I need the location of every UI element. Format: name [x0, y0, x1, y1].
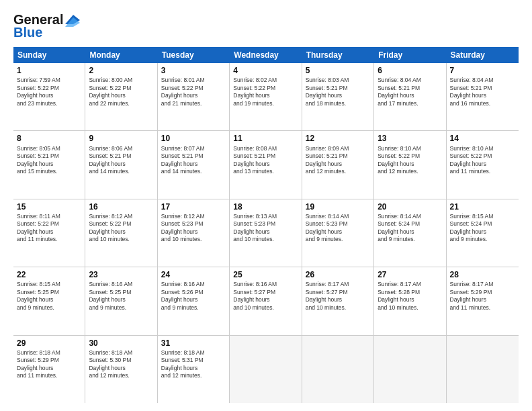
- table-row: 31Sunrise: 8:18 AMSunset: 5:31 PMDayligh…: [158, 336, 230, 403]
- day-number: 26: [306, 269, 370, 280]
- day-number: 8: [17, 133, 81, 144]
- cell-info: Sunrise: 8:11 AMSunset: 5:22 PMDaylight …: [17, 213, 60, 242]
- calendar: SundayMondayTuesdayWednesdayThursdayFrid…: [13, 47, 519, 403]
- header: General Blue: [13, 12, 519, 40]
- table-row: 4Sunrise: 8:02 AMSunset: 5:22 PMDaylight…: [230, 63, 302, 130]
- day-number: 19: [306, 201, 370, 212]
- header-day-friday: Friday: [374, 47, 446, 63]
- cell-info: Sunrise: 8:12 AMSunset: 5:23 PMDaylight …: [161, 213, 205, 242]
- table-row: [302, 336, 374, 403]
- cell-info: Sunrise: 8:10 AMSunset: 5:22 PMDaylight …: [450, 145, 494, 175]
- day-number: 22: [17, 269, 81, 280]
- table-row: 29Sunrise: 8:18 AMSunset: 5:29 PMDayligh…: [13, 336, 85, 403]
- table-row: 5Sunrise: 8:03 AMSunset: 5:21 PMDaylight…: [302, 63, 374, 130]
- day-number: 12: [306, 133, 370, 144]
- table-row: [447, 336, 519, 403]
- table-row: 16Sunrise: 8:12 AMSunset: 5:22 PMDayligh…: [85, 199, 157, 267]
- table-row: 20Sunrise: 8:14 AMSunset: 5:24 PMDayligh…: [374, 199, 446, 267]
- table-row: 26Sunrise: 8:17 AMSunset: 5:27 PMDayligh…: [302, 267, 374, 334]
- table-row: [230, 336, 302, 403]
- logo: General Blue: [13, 12, 80, 40]
- table-row: 8Sunrise: 8:05 AMSunset: 5:21 PMDaylight…: [13, 131, 85, 198]
- cell-info: Sunrise: 8:12 AMSunset: 5:22 PMDaylight …: [89, 213, 132, 242]
- cell-info: Sunrise: 8:18 AMSunset: 5:30 PMDaylight …: [89, 349, 132, 379]
- cell-info: Sunrise: 8:09 AMSunset: 5:21 PMDaylight …: [306, 145, 349, 175]
- day-number: 24: [161, 269, 226, 280]
- day-number: 9: [89, 133, 153, 144]
- table-row: 1Sunrise: 7:59 AMSunset: 5:22 PMDaylight…: [13, 63, 85, 130]
- table-row: 7Sunrise: 8:04 AMSunset: 5:21 PMDaylight…: [447, 63, 519, 130]
- calendar-row-1: 1Sunrise: 7:59 AMSunset: 5:22 PMDaylight…: [13, 63, 519, 131]
- day-number: 29: [17, 338, 81, 349]
- table-row: 30Sunrise: 8:18 AMSunset: 5:30 PMDayligh…: [85, 336, 157, 403]
- day-number: 6: [378, 65, 442, 76]
- table-row: 24Sunrise: 8:16 AMSunset: 5:26 PMDayligh…: [158, 267, 230, 334]
- day-number: 20: [378, 201, 442, 212]
- table-row: 25Sunrise: 8:16 AMSunset: 5:27 PMDayligh…: [230, 267, 302, 334]
- cell-info: Sunrise: 8:04 AMSunset: 5:21 PMDaylight …: [450, 77, 494, 106]
- cell-info: Sunrise: 8:07 AMSunset: 5:21 PMDaylight …: [161, 145, 205, 175]
- page: General Blue SundayMondayTuesdayWednesda…: [0, 0, 532, 411]
- day-number: 31: [161, 338, 226, 349]
- calendar-header: SundayMondayTuesdayWednesdayThursdayFrid…: [13, 47, 519, 63]
- day-number: 30: [89, 338, 153, 349]
- day-number: 28: [450, 269, 515, 280]
- day-number: 10: [161, 133, 226, 144]
- table-row: 12Sunrise: 8:09 AMSunset: 5:21 PMDayligh…: [302, 131, 374, 198]
- cell-info: Sunrise: 8:15 AMSunset: 5:24 PMDaylight …: [450, 213, 494, 242]
- cell-info: Sunrise: 8:18 AMSunset: 5:29 PMDaylight …: [17, 349, 60, 379]
- cell-info: Sunrise: 8:16 AMSunset: 5:27 PMDaylight …: [233, 281, 277, 310]
- day-number: 25: [233, 269, 298, 280]
- table-row: 15Sunrise: 8:11 AMSunset: 5:22 PMDayligh…: [13, 199, 85, 267]
- day-number: 7: [450, 65, 515, 76]
- table-row: 11Sunrise: 8:08 AMSunset: 5:21 PMDayligh…: [230, 131, 302, 198]
- day-number: 15: [17, 201, 81, 212]
- cell-info: Sunrise: 8:10 AMSunset: 5:22 PMDaylight …: [378, 145, 421, 175]
- day-number: 21: [450, 201, 515, 212]
- day-number: 17: [161, 201, 226, 212]
- cell-info: Sunrise: 8:06 AMSunset: 5:21 PMDaylight …: [89, 145, 132, 175]
- day-number: 16: [89, 201, 153, 212]
- calendar-body: 1Sunrise: 7:59 AMSunset: 5:22 PMDaylight…: [13, 63, 519, 403]
- logo-arrow-icon: [65, 15, 80, 27]
- day-number: 1: [17, 65, 81, 76]
- logo-text-blue: Blue: [13, 25, 42, 40]
- header-day-thursday: Thursday: [302, 47, 374, 63]
- header-day-tuesday: Tuesday: [158, 47, 230, 63]
- cell-info: Sunrise: 8:18 AMSunset: 5:31 PMDaylight …: [161, 349, 205, 379]
- table-row: 2Sunrise: 8:00 AMSunset: 5:22 PMDaylight…: [85, 63, 157, 130]
- cell-info: Sunrise: 8:17 AMSunset: 5:27 PMDaylight …: [306, 281, 349, 310]
- cell-info: Sunrise: 8:14 AMSunset: 5:23 PMDaylight …: [306, 213, 349, 242]
- table-row: 9Sunrise: 8:06 AMSunset: 5:21 PMDaylight…: [85, 131, 157, 198]
- day-number: 23: [89, 269, 153, 280]
- day-number: 18: [233, 201, 298, 212]
- table-row: 13Sunrise: 8:10 AMSunset: 5:22 PMDayligh…: [374, 131, 446, 198]
- cell-info: Sunrise: 8:14 AMSunset: 5:24 PMDaylight …: [378, 213, 421, 242]
- day-number: 13: [378, 133, 442, 144]
- cell-info: Sunrise: 8:02 AMSunset: 5:22 PMDaylight …: [233, 77, 277, 106]
- cell-info: Sunrise: 8:05 AMSunset: 5:21 PMDaylight …: [17, 145, 60, 175]
- table-row: 19Sunrise: 8:14 AMSunset: 5:23 PMDayligh…: [302, 199, 374, 267]
- table-row: 28Sunrise: 8:17 AMSunset: 5:29 PMDayligh…: [447, 267, 519, 334]
- cell-info: Sunrise: 8:08 AMSunset: 5:21 PMDaylight …: [233, 145, 277, 175]
- day-number: 5: [306, 65, 370, 76]
- header-day-wednesday: Wednesday: [230, 47, 302, 63]
- cell-info: Sunrise: 8:03 AMSunset: 5:21 PMDaylight …: [306, 77, 349, 106]
- table-row: 27Sunrise: 8:17 AMSunset: 5:28 PMDayligh…: [374, 267, 446, 334]
- table-row: 21Sunrise: 8:15 AMSunset: 5:24 PMDayligh…: [447, 199, 519, 267]
- cell-info: Sunrise: 7:59 AMSunset: 5:22 PMDaylight …: [17, 77, 60, 106]
- table-row: 23Sunrise: 8:16 AMSunset: 5:25 PMDayligh…: [85, 267, 157, 334]
- cell-info: Sunrise: 8:13 AMSunset: 5:23 PMDaylight …: [233, 213, 277, 242]
- cell-info: Sunrise: 8:16 AMSunset: 5:25 PMDaylight …: [89, 281, 132, 310]
- table-row: 22Sunrise: 8:15 AMSunset: 5:25 PMDayligh…: [13, 267, 85, 334]
- header-day-sunday: Sunday: [13, 47, 85, 63]
- table-row: 10Sunrise: 8:07 AMSunset: 5:21 PMDayligh…: [158, 131, 230, 198]
- table-row: 17Sunrise: 8:12 AMSunset: 5:23 PMDayligh…: [158, 199, 230, 267]
- calendar-row-3: 15Sunrise: 8:11 AMSunset: 5:22 PMDayligh…: [13, 199, 519, 267]
- day-number: 3: [161, 65, 226, 76]
- day-number: 4: [233, 65, 298, 76]
- table-row: 18Sunrise: 8:13 AMSunset: 5:23 PMDayligh…: [230, 199, 302, 267]
- day-number: 11: [233, 133, 298, 144]
- header-day-saturday: Saturday: [447, 47, 519, 63]
- calendar-row-2: 8Sunrise: 8:05 AMSunset: 5:21 PMDaylight…: [13, 131, 519, 199]
